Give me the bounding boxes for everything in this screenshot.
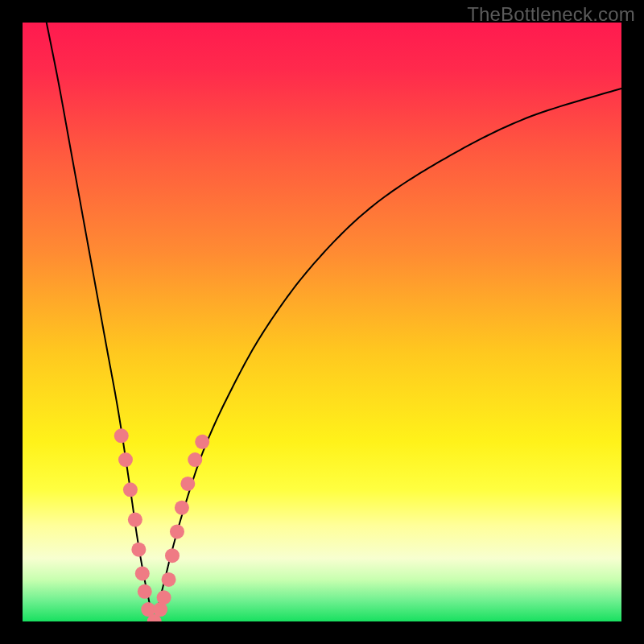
marker-point [135,566,150,580]
marker-point [123,482,138,497]
marker-point [180,477,195,491]
marker-point [165,548,180,563]
marker-point [195,435,209,449]
chart-frame: TheBottleneck.com [0,0,644,644]
marker-point [114,428,129,443]
marker-point [162,572,176,587]
marker-point [118,452,133,467]
marker-point [157,590,171,605]
marker-point [138,584,152,599]
watermark-text: TheBottleneck.com [467,3,635,26]
marker-point [188,452,202,467]
marker-point [175,501,189,515]
plot-area [23,23,621,621]
marker-point [128,513,142,527]
marker-point [170,524,184,539]
marker-layer [23,23,621,621]
marker-point [131,543,146,557]
